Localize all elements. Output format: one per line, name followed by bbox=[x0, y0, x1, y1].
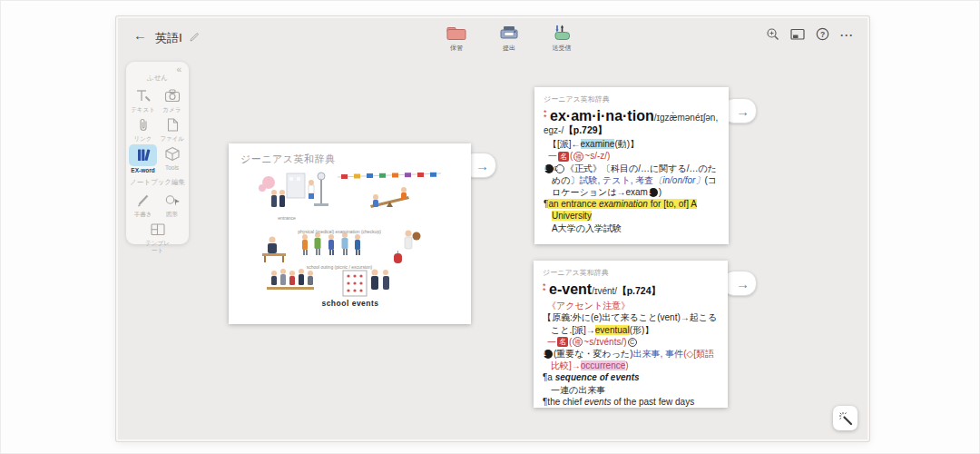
store-label: 保管 bbox=[450, 44, 463, 53]
origin-line: 【原義:外に(e)出て来ること(vent)→起こること.[派]→eventual… bbox=[543, 311, 719, 335]
headword-line: **ex·am·i·na·tion/ɪgzæ̀mənéɪʃən, egz-/【p… bbox=[544, 107, 720, 136]
tile-label: テキスト bbox=[131, 106, 155, 114]
shape-select-icon bbox=[160, 191, 185, 210]
cube-icon bbox=[160, 144, 185, 163]
tools-sidebar: « ふせん テキスト bbox=[126, 62, 189, 244]
pointer-tool-button[interactable] bbox=[833, 406, 858, 430]
magnifier-plus-icon bbox=[766, 27, 779, 41]
edit-title-icon[interactable] bbox=[189, 30, 201, 42]
tile-label: テンプレート bbox=[143, 240, 172, 254]
send-receive-button[interactable]: 送受信 bbox=[543, 25, 581, 53]
section-notebook-edit: ノートブック編集 bbox=[126, 175, 189, 187]
sidebar-item-text[interactable]: テキスト bbox=[129, 86, 157, 114]
arrow-right-icon: → bbox=[736, 277, 750, 291]
help-button[interactable]: ? bbox=[816, 27, 829, 44]
part-of-speech-line: 一名(複~s/-z/) bbox=[548, 150, 720, 162]
camera-icon bbox=[160, 86, 185, 105]
example-line-2: ¶the chief events of the past few days bbox=[543, 396, 719, 408]
send-receive-label: 送受信 bbox=[553, 44, 572, 53]
dictionary-icon bbox=[129, 144, 157, 166]
folder-icon bbox=[446, 25, 466, 41]
dict-card-event[interactable]: ジーニアス英和辞典 **e-vent/ɪvént/【p.724】 《アクセント注… bbox=[534, 261, 728, 408]
derivation-line: 【[派]←examine(動)】 bbox=[548, 138, 720, 150]
sense-line: 1(重要な・変わった)出来事, 事件(◇[類語比較]→occurrence) bbox=[543, 348, 719, 371]
caption-school-outing: school outing (picnic / excursion) bbox=[285, 265, 394, 271]
headword-line: **e-vent/ɪvént/【p.724】 bbox=[543, 281, 719, 298]
tile-label: カメラ bbox=[163, 106, 181, 114]
school-events-illustration: entrance physical (medical) examination … bbox=[254, 169, 446, 316]
tile-label: ファイル bbox=[160, 135, 184, 143]
example-line: ¶an entrance examination for [to, of] A … bbox=[544, 198, 720, 222]
slide-title: ジーニアス英和辞典 bbox=[240, 153, 336, 166]
example-gloss: 一連の出来事 bbox=[543, 384, 719, 396]
sidebar-item-template[interactable]: テンプレート bbox=[143, 220, 172, 254]
monitor-icon bbox=[790, 27, 805, 41]
sidebar-item-shape[interactable]: 図形 bbox=[158, 191, 186, 218]
sidebar-item-exword[interactable]: EX-word bbox=[129, 144, 157, 174]
text-tool-icon bbox=[131, 86, 156, 105]
screenshot-stage: ← 英語Ⅰ 保管 bbox=[0, 0, 980, 454]
svg-text:?: ? bbox=[820, 30, 825, 39]
arrow-right-icon: → bbox=[736, 104, 750, 118]
sidebar-item-file[interactable]: ファイル bbox=[158, 115, 186, 143]
file-icon bbox=[160, 115, 185, 134]
accent-note-line: 《アクセント注意》 bbox=[547, 300, 719, 311]
sidebar-item-link[interactable]: リンク bbox=[129, 115, 157, 143]
more-button[interactable]: ··· bbox=[840, 29, 854, 43]
caption-physical-exam: physical (medical) examination (checkup) bbox=[276, 230, 403, 235]
tile-label: Tools bbox=[165, 164, 179, 172]
hand-arrows-icon bbox=[553, 25, 571, 41]
pencil-icon bbox=[189, 31, 201, 43]
caption-school-events: school events bbox=[254, 300, 446, 308]
dictionary-source: ジーニアス英和辞典 bbox=[544, 94, 720, 104]
store-button[interactable]: 保管 bbox=[437, 25, 475, 53]
edit-tool-grid: 手書き 図形 bbox=[126, 187, 189, 255]
zoom-button[interactable] bbox=[766, 27, 779, 44]
insert-tool-grid: テキスト カメラ bbox=[126, 83, 189, 175]
arrow-right-icon: → bbox=[475, 159, 489, 173]
submit-button[interactable]: 提出 bbox=[490, 25, 528, 53]
pen-icon bbox=[131, 191, 156, 210]
tile-label: EX-word bbox=[131, 167, 154, 174]
template-icon bbox=[145, 220, 171, 239]
caption-entrance: entrance bbox=[260, 216, 314, 222]
example-gloss: A大学の入学試験 bbox=[544, 222, 720, 234]
topright-toolbar: ? ··· bbox=[766, 27, 854, 44]
submit-label: 提出 bbox=[503, 44, 515, 53]
tile-label: リンク bbox=[134, 135, 152, 143]
sense-line: 1C《正式》〔科目の/…に関する/…のための〕試験, テスト, 考査〔in/on… bbox=[544, 163, 720, 199]
sidebar-item-tools[interactable]: Tools bbox=[158, 144, 186, 174]
app-window: ← 英語Ⅰ 保管 bbox=[116, 16, 869, 441]
sidebar-item-camera[interactable]: カメラ bbox=[158, 86, 186, 114]
part-of-speech-line: 一名(複~s/ɪvénts/)C bbox=[547, 336, 719, 348]
printer-icon bbox=[499, 25, 519, 41]
dict-card-examination[interactable]: ジーニアス英和辞典 **ex·am·i·na·tion/ɪgzæ̀mənéɪʃə… bbox=[534, 87, 729, 244]
screen-share-button[interactable] bbox=[790, 27, 805, 44]
example-line: ¶a sequence of events bbox=[543, 371, 719, 383]
tile-label: 手書き bbox=[134, 211, 152, 218]
magic-wand-icon bbox=[838, 411, 853, 426]
sidebar-item-handwriting[interactable]: 手書き bbox=[129, 191, 157, 218]
help-icon: ? bbox=[816, 27, 829, 41]
main-toolbar: 保管 提出 bbox=[437, 25, 581, 53]
collapse-sidebar-button[interactable]: « bbox=[176, 64, 181, 74]
tile-label: 図形 bbox=[166, 211, 178, 218]
slide-card-dictionary-cover[interactable]: ジーニアス英和辞典 bbox=[229, 143, 471, 324]
note-title: 英語Ⅰ bbox=[155, 30, 182, 46]
dictionary-source: ジーニアス英和辞典 bbox=[543, 268, 719, 278]
back-button[interactable]: ← bbox=[133, 27, 147, 43]
paperclip-icon bbox=[131, 115, 156, 134]
